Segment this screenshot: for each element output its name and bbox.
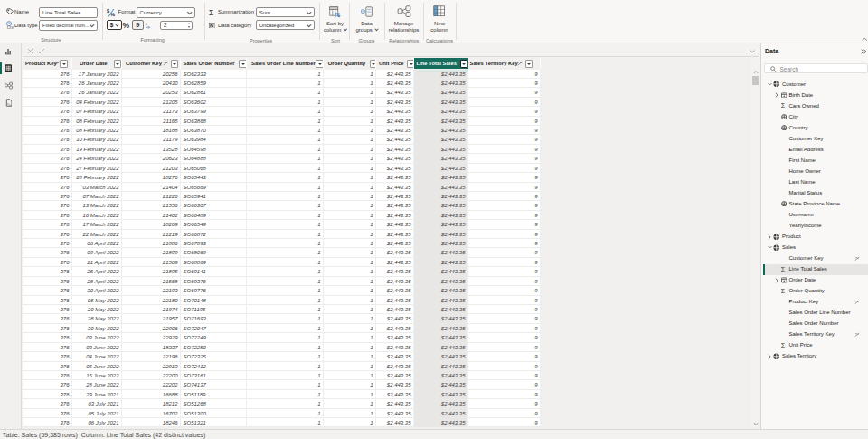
svg-text:.0: .0 [145, 22, 147, 25]
svg-text:$: $ [107, 8, 110, 14]
svg-text:123: 123 [7, 24, 14, 28]
